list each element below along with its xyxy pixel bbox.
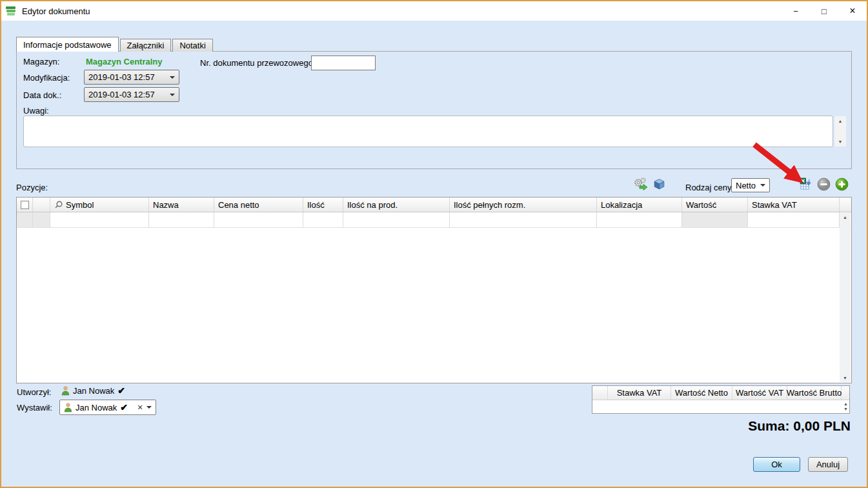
generate-gears-icon[interactable] (634, 178, 648, 190)
grid-header-symbol[interactable]: Symbol (50, 198, 149, 212)
column-label: Lokalizacja (601, 200, 642, 210)
summary-empty-row: ▲ ▼ (592, 400, 849, 413)
summary-spinner[interactable]: ▲ ▼ (843, 402, 848, 411)
user-icon (64, 403, 72, 412)
vat-summary-table: Stawka VAT Wartość Netto Wartość VAT War… (592, 385, 850, 414)
wystawil-value: Jan Nowak (76, 403, 117, 412)
column-label: Nazwa (153, 200, 179, 210)
summary-header-wartosc-brutto: Wartość Brutto (787, 386, 842, 400)
add-row-icon[interactable] (835, 178, 849, 191)
minimize-button[interactable]: − (782, 1, 810, 21)
ok-button[interactable]: Ok (753, 457, 800, 472)
stock-cube-icon[interactable] (653, 178, 665, 190)
column-label: Wartość Netto (675, 388, 728, 398)
summary-header-wartosc-netto: Wartość Netto (671, 386, 732, 400)
column-label: Ilość na prod. (347, 200, 398, 210)
basic-info-panel (16, 51, 852, 169)
grid-header-wartosc[interactable]: Wartość (682, 198, 748, 212)
tab-strip: Informacje podstawowe Załączniki Notatki (16, 37, 213, 52)
utworzyl-value: Jan Nowak (73, 386, 114, 396)
filter-lokalizacja-input[interactable] (597, 212, 682, 227)
dialog-content: Informacje podstawowe Załączniki Notatki… (1, 21, 867, 487)
summary-header-wartosc-vat: Wartość VAT (732, 386, 787, 400)
grid-header-stawka-vat[interactable]: Stawka VAT (748, 198, 840, 212)
column-label: Cena netto (218, 200, 259, 210)
utworzyl-value-row: Jan Nowak ✔ (61, 385, 125, 396)
filter-symbol-input[interactable] (50, 212, 149, 227)
pozycje-grid: Symbol Nazwa Cena netto Ilość Ilość na p… (16, 197, 852, 383)
utworzyl-label: Utworzył: (17, 387, 51, 397)
spin-up-icon[interactable]: ▲ (843, 402, 848, 406)
column-label: Ilość (307, 200, 325, 210)
app-logo-icon (6, 6, 17, 16)
search-icon (54, 200, 63, 209)
summary-indicator-cell (592, 386, 608, 400)
grid-header-cena-netto[interactable]: Cena netto (214, 198, 303, 212)
maximize-button[interactable]: □ (810, 1, 838, 21)
scroll-down-icon[interactable]: ▼ (843, 376, 847, 380)
clear-icon[interactable]: × (137, 402, 143, 412)
suma-value: 0,00 PLN (793, 418, 851, 433)
titlebar: Edytor dokumentu − □ × (1, 1, 867, 21)
column-label: Wartość (686, 200, 716, 210)
check-icon: ✔ (120, 402, 128, 412)
filter-nazwa-input[interactable] (149, 212, 214, 227)
filter-stawka-vat-input[interactable] (748, 212, 840, 227)
tab-label: Informacje podstawowe (23, 40, 112, 50)
column-label: Wartość VAT (736, 388, 783, 398)
grid-header-filler (840, 198, 851, 212)
pozycje-label: Pozycje: (16, 183, 48, 192)
filter-wartosc-cell (682, 212, 748, 227)
chevron-down-icon (760, 184, 765, 187)
grid-vertical-scrollbar[interactable]: ▲ ▼ (840, 213, 851, 382)
spin-down-icon[interactable]: ▼ (843, 407, 848, 411)
column-label: Symbol (66, 200, 94, 210)
check-icon: ✔ (117, 385, 125, 396)
filter-ilosc-pelnych-rozm-input[interactable] (450, 212, 597, 227)
grid-header-ilosc-na-prod[interactable]: Ilość na prod. (343, 198, 450, 212)
select-all-cell[interactable] (17, 198, 33, 212)
grid-header-lokalizacja[interactable]: Lokalizacja (597, 198, 682, 212)
wystawil-label: Wystawił: (17, 403, 52, 412)
tab-zalaczniki[interactable]: Załączniki (120, 39, 172, 52)
column-label: Stawka VAT (617, 388, 662, 398)
tab-label: Załączniki (127, 41, 165, 50)
wystawil-combobox[interactable]: Jan Nowak ✔ × (59, 400, 156, 415)
chevron-down-icon[interactable] (146, 406, 152, 409)
rodzaj-ceny-value: Netto (736, 181, 756, 190)
grid-filter-row (17, 212, 851, 228)
user-icon (61, 386, 70, 396)
excel-import-icon[interactable] (800, 178, 812, 190)
filter-ilosc-input[interactable] (303, 212, 343, 227)
cancel-button[interactable]: Anuluj (808, 457, 848, 472)
grid-header-nazwa[interactable]: Nazwa (149, 198, 214, 212)
tab-notatki[interactable]: Notatki (172, 39, 212, 52)
filter-cena-netto-input[interactable] (214, 212, 303, 227)
summary-header-row: Stawka VAT Wartość Netto Wartość VAT War… (592, 386, 849, 400)
column-label: Ilość pełnych rozm. (454, 200, 525, 210)
remove-row-icon[interactable] (817, 178, 831, 191)
suma-label: Suma: (748, 418, 789, 433)
column-label: Stawka VAT (752, 200, 797, 210)
grid-header-ilosc-pelnych-rozm[interactable]: Ilość pełnych rozm. (450, 198, 597, 212)
window-title: Edytor dokumentu (22, 6, 90, 16)
grid-header-row: Symbol Nazwa Cena netto Ilość Ilość na p… (17, 198, 851, 212)
tab-informacje-podstawowe[interactable]: Informacje podstawowe (16, 37, 119, 52)
filter-indicator-cell (33, 212, 50, 227)
rodzaj-ceny-combobox[interactable]: Netto (731, 178, 770, 192)
grid-header-ilosc[interactable]: Ilość (303, 198, 343, 212)
suma-total: Suma: 0,00 PLN (748, 418, 851, 434)
filter-ilosc-na-prod-input[interactable] (343, 212, 450, 227)
select-all-checkbox[interactable] (21, 201, 29, 209)
summary-header-filler (842, 386, 849, 400)
row-indicator-header (33, 198, 50, 212)
close-button[interactable]: × (838, 1, 867, 21)
summary-header-stawka-vat: Stawka VAT (608, 386, 671, 400)
rodzaj-ceny-label: Rodzaj ceny: (685, 183, 734, 192)
edytor-dokumentu-window: Edytor dokumentu − □ × Informacje podsta… (0, 0, 868, 488)
scroll-up-icon[interactable]: ▲ (843, 215, 847, 219)
filter-selector-cell (17, 212, 33, 227)
column-label: Wartość Brutto (787, 388, 842, 398)
tab-label: Notatki (179, 41, 205, 50)
